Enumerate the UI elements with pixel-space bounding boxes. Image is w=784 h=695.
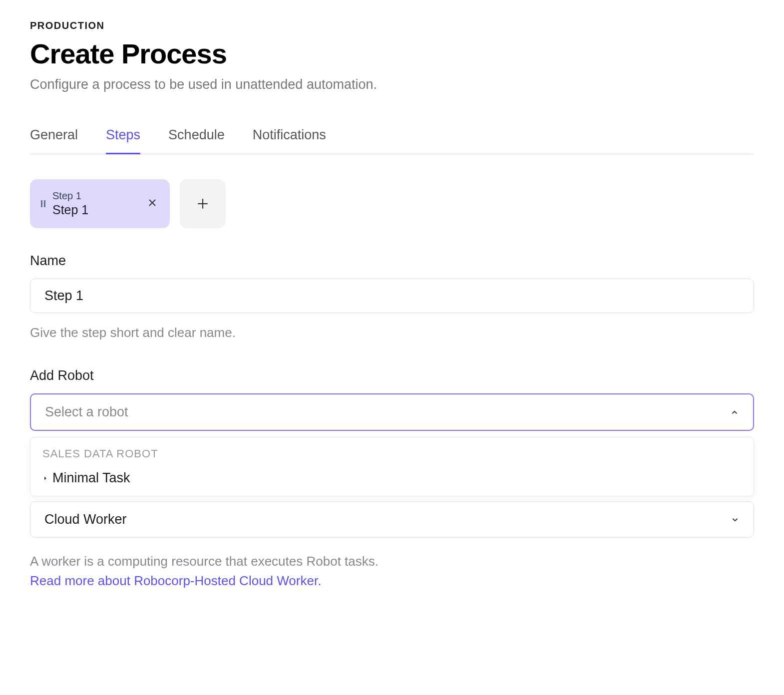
robot-group-label: SALES DATA ROBOT — [42, 447, 742, 460]
tabs-container: General Steps Schedule Notifications — [30, 127, 754, 154]
drag-handle-icon[interactable] — [41, 200, 45, 207]
add-step-button[interactable] — [180, 179, 226, 228]
step-pill[interactable]: Step 1 Step 1 — [30, 179, 170, 228]
tab-notifications[interactable]: Notifications — [253, 127, 326, 154]
robot-placeholder: Select a robot — [45, 404, 128, 420]
page-subtitle: Configure a process to be used in unatte… — [30, 77, 754, 92]
chevron-up-icon — [730, 408, 739, 417]
robot-option-minimal-task[interactable]: Minimal Task — [42, 470, 742, 486]
robot-dropdown-menu: SALES DATA ROBOT Minimal Task — [30, 437, 754, 496]
tab-general[interactable]: General — [30, 127, 78, 154]
chevron-down-icon — [731, 515, 740, 524]
robot-dropdown[interactable]: Select a robot — [30, 393, 754, 431]
step-pill-content: Step 1 Step 1 — [52, 190, 139, 217]
tab-schedule[interactable]: Schedule — [168, 127, 225, 154]
worker-link[interactable]: Read more about Robocorp-Hosted Cloud Wo… — [30, 573, 321, 588]
step-pills-row: Step 1 Step 1 — [30, 179, 754, 228]
name-label: Name — [30, 253, 754, 269]
step-pill-title: Step 1 — [52, 203, 139, 217]
caret-right-icon — [42, 475, 48, 481]
worker-value: Cloud Worker — [44, 512, 127, 527]
worker-dropdown[interactable]: Cloud Worker — [30, 501, 754, 538]
robot-option-label: Minimal Task — [52, 470, 130, 486]
step-pill-label: Step 1 — [52, 190, 139, 202]
close-icon[interactable] — [146, 195, 159, 212]
name-helper: Give the step short and clear name. — [30, 325, 754, 341]
svg-marker-4 — [44, 476, 46, 480]
plus-icon — [196, 197, 209, 210]
tab-steps[interactable]: Steps — [106, 127, 140, 154]
worker-desc-text: A worker is a computing resource that ex… — [30, 554, 379, 569]
robot-label: Add Robot — [30, 368, 754, 383]
page-title: Create Process — [30, 37, 754, 70]
name-input[interactable] — [30, 279, 754, 313]
breadcrumb: PRODUCTION — [30, 20, 754, 31]
worker-description: A worker is a computing resource that ex… — [30, 552, 754, 591]
